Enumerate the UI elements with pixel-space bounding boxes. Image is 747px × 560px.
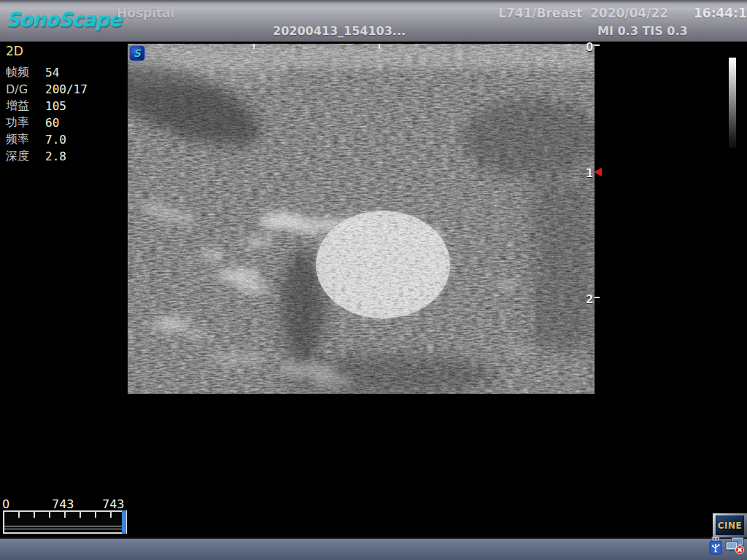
cine-button-screen: CINE [716,516,744,535]
title-bar: SonoScape Hospital L741/Breast 2020/04/2… [0,0,747,42]
param-row-framerate: 帧频 54 [6,64,88,81]
param-value: 105 [45,99,66,113]
param-label: 频率 [6,132,45,147]
mode-label: 2D [6,44,88,58]
ruler-tick [595,297,600,298]
param-row-frequency: 频率 7.0 [6,131,88,148]
hospital-name: Hospital [117,6,174,20]
scrubber-tick [49,512,50,518]
ultrasound-speckle [128,44,595,394]
scrubber-progress-line [4,529,125,529]
param-row-dg: D/G 200/17 [6,81,88,98]
param-label: 增益 [6,98,45,114]
taskbar [0,537,747,560]
param-label: 功率 [6,115,45,131]
scrubber-tick [64,512,66,518]
ultrasound-image[interactable]: S [128,44,595,394]
param-label: 帧频 [6,65,45,80]
cine-scale-start: 0 [2,497,9,511]
ruler-tick [595,44,600,46]
cine-button-label: CINE [718,521,743,531]
ruler-label-2: 2 [586,293,593,306]
param-label: D/G [6,82,45,96]
network-error-icon[interactable] [725,537,745,558]
scrubber-tick [18,512,20,518]
cine-button[interactable]: CINE [713,513,747,537]
cine-scrubber-track[interactable] [3,510,127,534]
param-value: 54 [45,66,59,79]
scrubber-tick [110,512,112,518]
exam-id: 20200413_154103... [273,24,406,38]
param-value: 2.8 [45,149,66,163]
parameter-panel: 2D 帧频 54 D/G 200/17 增益 105 功率 60 频率 7.0 … [6,44,88,165]
probe-preset: L741/Breast [498,6,582,20]
param-value: 7.0 [45,133,66,147]
b-mode-badge: S [129,45,145,61]
cine-scale-current: 743 [52,497,74,511]
scrubber-tick [95,512,96,518]
ruler-label-1: 1 [586,167,593,180]
grayscale-bar [729,58,736,148]
param-value: 200/17 [45,82,88,96]
param-row-depth: 深度 2.8 [6,148,88,165]
param-row-power: 功率 60 [6,114,88,131]
param-row-gain: 增益 105 [6,98,88,114]
sonoscape-ultrasound-screen: { "titlebar": { "logo": "SonoScape", "ho… [0,0,747,560]
param-label: 深度 [6,149,45,164]
focus-marker-triangle [594,168,602,176]
cine-scale-total: 743 [102,497,125,511]
scrubber-tick [34,512,35,518]
ruler-label-0: 0 [586,41,593,54]
scrubber-progress-line [4,526,125,526]
param-value: 60 [45,116,59,130]
sonoscape-logo: SonoScape [6,8,121,31]
scrubber-tick [80,512,81,518]
system-time: 16:44:19 [694,6,747,20]
usb-icon[interactable] [708,537,723,558]
scrubber-handle[interactable] [122,510,126,534]
system-date: 2020/04/22 [590,6,668,20]
mi-tis-indices: MI 0.3 TIS 0.3 [597,24,688,38]
